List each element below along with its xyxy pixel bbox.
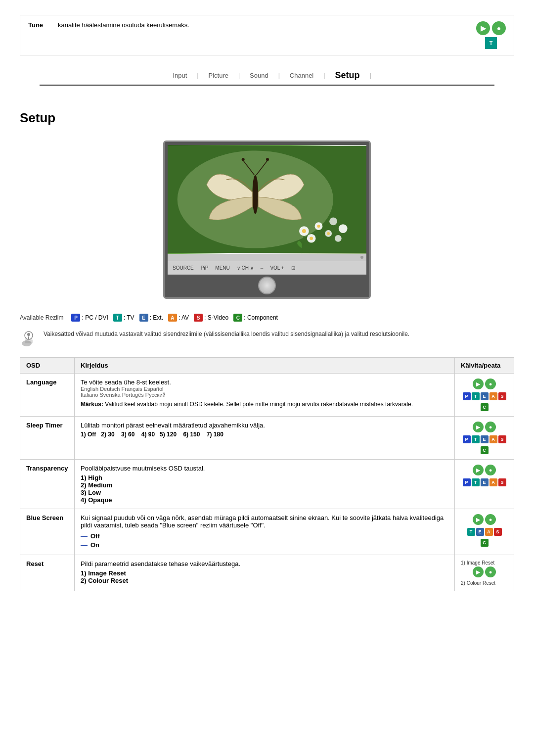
source-btn[interactable]: SOURCE bbox=[173, 265, 194, 271]
svg-point-12 bbox=[339, 224, 348, 233]
svg-point-16 bbox=[310, 236, 313, 240]
tv-container: SOURCE PiP MENU ∨ CH ∧ – VOL + ⊡ bbox=[20, 141, 514, 299]
page-title: Setup bbox=[20, 110, 514, 126]
cell-osd-language: Language bbox=[20, 374, 75, 417]
svg-point-15 bbox=[317, 225, 320, 228]
badge-a: A bbox=[168, 314, 177, 322]
note-text: Vaikesätted võivad muutuda vastavalt val… bbox=[44, 330, 409, 338]
circle-dot: ● bbox=[485, 465, 496, 475]
cell-osd-bluescreen: Blue Screen bbox=[20, 509, 75, 555]
note-section: Vaikesätted võivad muutuda vastavalt val… bbox=[20, 330, 514, 347]
header-osd: OSD bbox=[20, 358, 75, 374]
badge-av: A : AV bbox=[168, 314, 189, 322]
nav-sound[interactable]: Sound bbox=[240, 72, 278, 79]
circle-play: ▶ bbox=[473, 422, 484, 432]
tv-bottom-bar bbox=[168, 254, 366, 261]
cell-icons-transparency: ▶ ● P T E A S bbox=[455, 460, 514, 509]
tune-label: Tune bbox=[28, 21, 58, 29]
nav-picture[interactable]: Picture bbox=[199, 72, 238, 79]
navigation-bar: Input | Picture | Sound | Channel | Setu… bbox=[40, 65, 494, 86]
cell-kirjeldus-language: Te võite seada ühe 8-st keelest. English… bbox=[75, 374, 455, 417]
tune-circle-icons: ▶ ● bbox=[476, 21, 506, 35]
tv-screen-image bbox=[168, 145, 366, 254]
nav-setup[interactable]: Setup bbox=[325, 70, 369, 81]
header-kaivita: Käivita/peata bbox=[455, 358, 514, 374]
cell-kirjeldus-sleep: Lülitab monitori pärast eelnevalt määrat… bbox=[75, 417, 455, 460]
circle-play: ▶ bbox=[473, 567, 484, 577]
svg-point-5 bbox=[242, 158, 245, 161]
badge-e: E bbox=[139, 314, 148, 322]
tune-icons: ▶ ● T bbox=[476, 21, 506, 49]
tune-description: kanalite häälestamine osutuda keerulisem… bbox=[58, 21, 466, 29]
badge-t: T bbox=[113, 314, 122, 322]
circle-play: ▶ bbox=[473, 378, 484, 389]
cell-osd-sleep: Sleep Timer bbox=[20, 417, 75, 460]
circle-dot: ● bbox=[485, 378, 496, 389]
vol-btn[interactable]: VOL + bbox=[270, 265, 284, 271]
badge-p: P bbox=[71, 314, 80, 322]
cell-icons-bluescreen: ▶ ● T E A S C bbox=[455, 509, 514, 555]
tune-square-icon: T bbox=[485, 37, 497, 49]
badge-ext: E : Ext. bbox=[139, 314, 163, 322]
circle-green-2: ● bbox=[492, 21, 506, 35]
tv-dot bbox=[360, 256, 363, 259]
cell-osd-reset: Reset bbox=[20, 555, 75, 591]
circle-dot: ● bbox=[485, 567, 496, 577]
cell-osd-transparency: Transparency bbox=[20, 460, 75, 509]
joystick[interactable] bbox=[258, 277, 276, 294]
svg-rect-25 bbox=[25, 339, 33, 343]
header-kirjeldus: Kirjeldus bbox=[75, 358, 455, 374]
main-content: Setup bbox=[0, 95, 534, 606]
tv-frame: SOURCE PiP MENU ∨ CH ∧ – VOL + ⊡ bbox=[163, 141, 371, 299]
svg-point-2 bbox=[252, 175, 258, 214]
available-section: Available Reziim P : PC / DVI T : TV E :… bbox=[20, 314, 514, 322]
tv-screen bbox=[168, 145, 366, 254]
ch-btn[interactable]: ∨ CH ∧ bbox=[237, 265, 254, 271]
power-btn[interactable]: ⊡ bbox=[291, 265, 295, 271]
table-row: Language Te võite seada ühe 8-st keelest… bbox=[20, 374, 514, 417]
svg-point-22 bbox=[27, 333, 30, 336]
nav-input[interactable]: Input bbox=[163, 72, 197, 79]
tune-row: Tune kanalite häälestamine osutuda keeru… bbox=[20, 15, 514, 55]
badge-s: S bbox=[194, 314, 203, 322]
svg-point-11 bbox=[329, 217, 337, 225]
svg-point-6 bbox=[266, 158, 269, 161]
circle-green-1: ▶ bbox=[476, 21, 490, 35]
svg-point-17 bbox=[327, 232, 330, 235]
badge-c: C bbox=[233, 314, 242, 322]
cell-kirjeldus-reset: Pildi parameetrid asendatakse tehase vai… bbox=[75, 555, 455, 591]
circle-play: ▶ bbox=[473, 514, 484, 525]
badge-svideo: S : S-Video bbox=[194, 314, 228, 322]
table-row: Reset Pildi parameetrid asendatakse teha… bbox=[20, 555, 514, 591]
available-label: Available Reziim bbox=[20, 314, 63, 321]
pip-btn[interactable]: PiP bbox=[201, 265, 209, 271]
tv-joystick bbox=[168, 277, 366, 297]
table-row: Transparency Poolläbipaistvuse muutmisek… bbox=[20, 460, 514, 509]
nav-channel[interactable]: Channel bbox=[280, 72, 323, 79]
table-row: Sleep Timer Lülitab monitori pärast eeln… bbox=[20, 417, 514, 460]
badge-tv: T : TV bbox=[113, 314, 134, 322]
cell-icons-sleep: ▶ ● P T E A S C bbox=[455, 417, 514, 460]
cell-icons-language: ▶ ● P T E A S C bbox=[455, 374, 514, 417]
cell-icons-reset: 1) Image Reset ▶ ● 2) Colour Reset bbox=[455, 555, 514, 591]
circle-dot: ● bbox=[485, 422, 496, 432]
badge-component: C : Component bbox=[233, 314, 278, 322]
note-icon bbox=[20, 330, 38, 347]
menu-btn[interactable]: MENU bbox=[215, 265, 229, 271]
cell-kirjeldus-bluescreen: Kui signaal puudub või on väga nõrk, ase… bbox=[75, 509, 455, 555]
svg-point-14 bbox=[302, 229, 306, 233]
table-row: Blue Screen Kui signaal puudub või on vä… bbox=[20, 509, 514, 555]
main-table: OSD Kirjeldus Käivita/peata Language Te … bbox=[20, 357, 514, 591]
svg-point-13 bbox=[335, 235, 342, 242]
cell-kirjeldus-transparency: Poolläbipaistvuse muutmiseks OSD taustal… bbox=[75, 460, 455, 509]
tv-controls-bar: SOURCE PiP MENU ∨ CH ∧ – VOL + ⊡ bbox=[168, 261, 366, 275]
circle-play: ▶ bbox=[473, 465, 484, 475]
badge-pc-dvi: P : PC / DVI bbox=[71, 314, 108, 322]
circle-dot: ● bbox=[485, 514, 496, 525]
